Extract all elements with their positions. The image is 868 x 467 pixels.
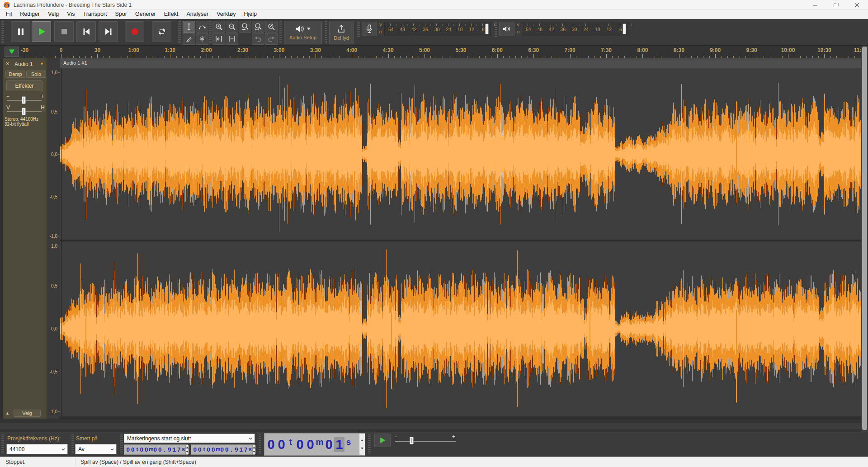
menu-item-spor[interactable]: Spor [111, 10, 131, 19]
time-digit[interactable]: s [344, 437, 353, 452]
zoom-out-button[interactable] [226, 21, 238, 33]
timeline-ruler-scale[interactable]: -300301:001:302:002:303:003:304:004:305:… [0, 46, 861, 58]
spinner[interactable] [252, 445, 255, 454]
silence-audio-button[interactable] [226, 33, 238, 45]
gain-slider-handle[interactable] [22, 96, 26, 104]
multi-tool-button[interactable] [196, 33, 208, 45]
toolbar-grip[interactable] [178, 21, 181, 44]
time-digit[interactable]: m [316, 437, 324, 452]
minimize-button[interactable] [805, 0, 826, 10]
trim-audio-button[interactable] [212, 33, 225, 45]
loop-button[interactable] [152, 21, 171, 42]
time-digit[interactable]: t [287, 437, 295, 452]
skip-to-end-button[interactable] [99, 21, 118, 42]
project-rate-combobox[interactable]: 44100 [6, 444, 68, 454]
time-digit[interactable]: 7 [244, 446, 249, 453]
time-digit[interactable]: 0 [276, 437, 287, 452]
time-digit[interactable]: 0 [220, 446, 225, 453]
time-digit[interactable]: m [216, 446, 220, 453]
time-digit[interactable]: t [202, 446, 206, 453]
fit-project-button[interactable] [252, 21, 264, 33]
toolbar-grip[interactable] [1, 434, 4, 454]
toolbar-grip[interactable] [1, 21, 4, 43]
playback-speed-slider[interactable] [395, 441, 456, 442]
menu-item-effekt[interactable]: Effekt [160, 10, 183, 19]
snap-combobox[interactable]: Av [75, 444, 117, 454]
time-digit[interactable]: 0 [305, 437, 316, 452]
time-digit[interactable]: 0 [211, 446, 216, 453]
toolbar-grip[interactable] [120, 434, 123, 454]
vertical-scrollbar-thumb[interactable] [862, 47, 867, 430]
menu-item-verkty[interactable]: Verktøy [212, 10, 240, 19]
effects-button[interactable]: Effekter [6, 80, 42, 91]
toolbar-grip[interactable] [279, 21, 282, 44]
time-digit[interactable]: 9 [234, 446, 239, 453]
time-digit[interactable]: 0 [225, 446, 230, 453]
menu-item-fil[interactable]: Fil [2, 10, 16, 19]
time-digit[interactable]: 1 [334, 437, 344, 452]
toolbar-grip[interactable] [495, 22, 497, 37]
time-digit[interactable]: 7 [177, 446, 182, 453]
menu-item-generer[interactable]: Generer [131, 10, 160, 19]
time-digit[interactable]: . [162, 446, 167, 453]
time-digit[interactable]: t [135, 446, 139, 453]
menu-item-analyser[interactable]: Analyser [183, 10, 213, 19]
time-digit[interactable]: 0 [324, 437, 334, 452]
track-collapse-button[interactable]: ▲ [5, 411, 9, 415]
playback-speed-slider-handle[interactable] [410, 437, 414, 444]
menu-item-vis[interactable]: Vis [63, 10, 79, 19]
time-digit[interactable]: 0 [295, 437, 305, 452]
close-button[interactable] [846, 0, 867, 10]
draw-tool-button[interactable] [183, 33, 195, 45]
time-digit[interactable]: m [149, 446, 153, 453]
skip-to-start-button[interactable] [76, 21, 96, 42]
selection-end-field[interactable]: 00t00m00.917s [191, 444, 255, 455]
time-digit[interactable]: 0 [193, 446, 198, 453]
track-select-button[interactable]: Velg [14, 410, 41, 417]
recording-meter-mic-button[interactable] [362, 22, 377, 36]
toolbar-grip[interactable] [71, 434, 74, 454]
playback-meter-scale[interactable]: -54-48-42-36-30-24-18-12-6 [522, 22, 628, 36]
zoom-in-button[interactable] [212, 21, 225, 33]
menu-item-velg[interactable]: Velg [44, 10, 63, 19]
toolbar-grip[interactable] [325, 21, 327, 44]
time-digit[interactable]: s [181, 446, 185, 453]
menu-item-transport[interactable]: Transport [79, 10, 111, 19]
play-button[interactable] [32, 21, 51, 42]
time-digit[interactable]: . [229, 446, 234, 453]
time-digit[interactable]: 1 [172, 446, 177, 453]
toolbar-grip[interactable] [209, 21, 212, 44]
restore-button[interactable] [826, 0, 846, 10]
pan-slider-handle[interactable] [22, 108, 26, 115]
redo-button[interactable] [265, 33, 278, 45]
time-digit[interactable]: 0 [131, 446, 136, 453]
share-audio-button[interactable]: Del lyd [329, 21, 354, 44]
solo-button[interactable]: Solo [26, 71, 46, 78]
mute-button[interactable]: Demp [5, 71, 25, 78]
toolbar-grip[interactable] [259, 434, 261, 454]
time-digit[interactable]: 0 [266, 437, 276, 452]
waveform-canvas[interactable] [60, 68, 861, 416]
clip-title-bar[interactable]: Audio 1 #1 [60, 58, 861, 68]
selection-start-field[interactable]: 00t00m00.917s [124, 444, 188, 455]
playback-meter-speaker-button[interactable] [499, 22, 514, 36]
toolbar-grip[interactable] [368, 434, 371, 454]
track-name[interactable]: Audio 1 [14, 61, 33, 67]
spinner[interactable] [185, 445, 189, 454]
selection-tool-button[interactable] [183, 21, 195, 33]
time-digit[interactable]: 0 [158, 446, 163, 453]
time-digit[interactable]: 1 [239, 446, 244, 453]
stop-button[interactable] [54, 21, 74, 42]
zoom-toggle-button[interactable] [265, 21, 278, 33]
pause-button[interactable] [11, 21, 30, 42]
horizontal-scrollbar[interactable] [0, 423, 861, 429]
play-at-speed-button[interactable] [374, 434, 391, 447]
record-button[interactable] [125, 21, 144, 42]
time-digit[interactable]: s [248, 446, 252, 453]
time-digit[interactable]: 0 [198, 446, 203, 453]
menu-item-hjelp[interactable]: Hjelp [240, 10, 261, 19]
time-digit[interactable]: 0 [206, 446, 211, 453]
track-close-button[interactable]: ✕ [5, 61, 9, 67]
recording-meter[interactable]: V H -54-48-42-36-30-24-18-12-6 [362, 22, 491, 36]
spinner[interactable] [359, 434, 365, 455]
